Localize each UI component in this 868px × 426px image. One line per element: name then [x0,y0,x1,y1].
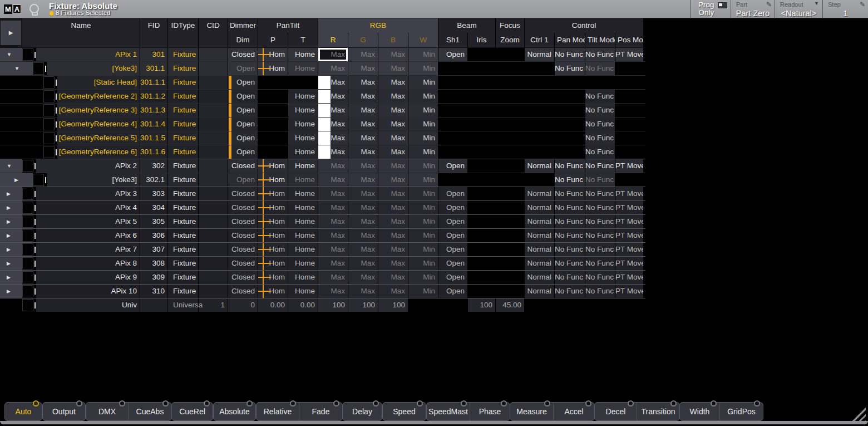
cid-cell[interactable] [199,243,228,256]
row-select-checkbox[interactable] [43,90,55,102]
cell-b[interactable]: Max [378,257,408,270]
cid-cell[interactable] [199,271,228,284]
cell-sh1[interactable]: Open [438,201,468,214]
cid-cell[interactable] [199,187,228,200]
cell-sh1[interactable]: Open [438,187,468,200]
cell-ctrl1[interactable]: Normal [525,201,555,214]
ma-logo-m[interactable]: M [4,4,12,14]
cell-g[interactable]: Max [348,131,378,145]
cell-w[interactable]: Min [408,243,438,256]
column-header-fid[interactable]: FID [140,18,168,33]
cell-tilt[interactable]: No Func [585,229,615,242]
cell-tilt[interactable]: No Func [585,62,615,75]
cell-g[interactable]: 100 [348,298,378,312]
cell-tilt[interactable]: No Func [585,271,615,284]
expander-expand-button[interactable]: ▶ [0,257,22,270]
row-select-checkbox[interactable] [22,216,33,228]
fid-cell[interactable]: 301 [140,48,168,61]
cell-pan[interactable]: No Func [555,48,585,61]
cell-w[interactable]: Min [408,76,438,89]
cell-w[interactable]: Min [408,90,438,103]
cell-dim[interactable]: Closed [228,48,258,61]
cell-g[interactable]: Max [348,48,378,61]
cell-b[interactable]: Max [378,131,408,145]
cell-pan[interactable]: No Func [555,187,585,200]
cell-p[interactable]: Hom [258,159,288,173]
cell-pos[interactable]: PT Move [615,215,644,228]
step-selector[interactable]: Step ✎ 1 [822,0,868,18]
cell-tilt[interactable]: No Func [585,159,615,173]
cell-r[interactable]: Max [318,271,348,284]
cell-b[interactable]: Max [378,62,408,75]
cid-cell[interactable] [199,131,228,145]
cell-w[interactable]: Min [408,173,438,187]
row-select-checkbox[interactable] [43,132,55,144]
cell-tilt[interactable]: No Func [585,187,615,200]
group-header-rgb[interactable]: RGB [318,18,438,33]
row-select-checkbox[interactable] [33,174,44,186]
row-select-checkbox[interactable] [22,299,33,311]
idtype-cell[interactable]: Fixture [168,215,199,228]
tab-absolute[interactable]: Absolute [214,403,255,420]
cell-w[interactable]: Min [408,187,438,200]
cell-b[interactable]: Max [378,159,408,173]
cell-b[interactable]: Max [378,201,408,214]
column-header-tilt[interactable]: Tilt Mode [585,33,615,47]
cell-b[interactable]: Max [378,243,408,256]
cell-dim[interactable]: Open [228,76,258,89]
row-select-checkbox[interactable] [43,146,55,158]
cell-t[interactable]: Home [288,229,318,242]
fixture-name-cell[interactable]: [GeometryReference 2] [22,90,140,103]
expander-expand-button[interactable]: ▶ [0,187,22,200]
group-header-control[interactable]: Control [525,18,644,33]
column-header-dim[interactable]: Dim [228,33,258,47]
cell-w[interactable]: Min [408,48,438,61]
cell-p[interactable]: Hom [258,229,288,242]
cell-ctrl1[interactable]: Normal [525,48,555,61]
cell-tilt[interactable]: No Func [585,201,615,214]
column-header-cid[interactable]: CID [199,18,228,33]
cell-g[interactable]: Max [348,215,378,228]
cell-w[interactable]: Min [408,145,438,159]
cell-sh1[interactable]: Open [438,159,468,173]
cid-cell[interactable] [199,201,228,214]
cell-p[interactable]: Hom [258,187,288,200]
idtype-cell[interactable]: Fixture [168,90,199,103]
tab-cuerel[interactable]: CueRel [172,403,213,420]
cell-t[interactable]: 0.00 [288,298,318,312]
cell-pos[interactable]: PT Move [615,285,644,298]
cell-pos[interactable]: PT Move [615,201,644,214]
fid-cell[interactable]: 301.1 [140,62,168,75]
cell-t[interactable]: Home [288,48,318,61]
cell-ctrl1[interactable]: Normal [525,271,555,284]
idtype-cell[interactable]: Fixture [168,187,199,200]
cell-dim[interactable]: Closed [228,285,258,298]
cell-g[interactable]: Max [348,173,378,187]
fixture-name-cell[interactable]: [GeometryReference 6] [22,145,140,159]
cell-g[interactable]: Max [348,271,378,284]
cell-p[interactable]: Hom [258,215,288,228]
cell-r[interactable]: Max [318,243,348,256]
cid-cell[interactable] [199,257,228,270]
cell-dim[interactable]: Closed [228,229,258,242]
fixture-name-cell[interactable]: [GeometryReference 5] [22,131,140,145]
row-select-checkbox[interactable] [22,285,33,297]
idtype-cell[interactable]: Fixture [168,117,199,131]
cell-tilt[interactable]: No Func [585,215,615,228]
idtype-cell[interactable]: Fixture [168,229,199,242]
cell-t[interactable]: Home [288,187,318,200]
readout-selector[interactable]: Readout ▼ <Natural> [775,0,822,18]
cell-ctrl1[interactable]: Normal [525,187,555,200]
cell-pan[interactable]: No Func [555,201,585,214]
cell-pan[interactable]: No Func [555,271,585,284]
idtype-cell[interactable]: Fixture [168,62,199,75]
fixture-name-cell[interactable]: APix 8 [22,257,140,270]
expander-collapse-button[interactable]: ▼ [0,159,22,173]
tab-dmx[interactable]: DMX [86,403,128,420]
cell-pan[interactable]: No Func [555,243,585,256]
idtype-cell[interactable]: Fixture [168,159,199,173]
cell-g[interactable]: Max [348,229,378,242]
column-header-pos[interactable]: Pos Mode [615,33,644,47]
cell-t[interactable]: Home [288,131,318,145]
fid-cell[interactable]: 310 [140,285,168,298]
